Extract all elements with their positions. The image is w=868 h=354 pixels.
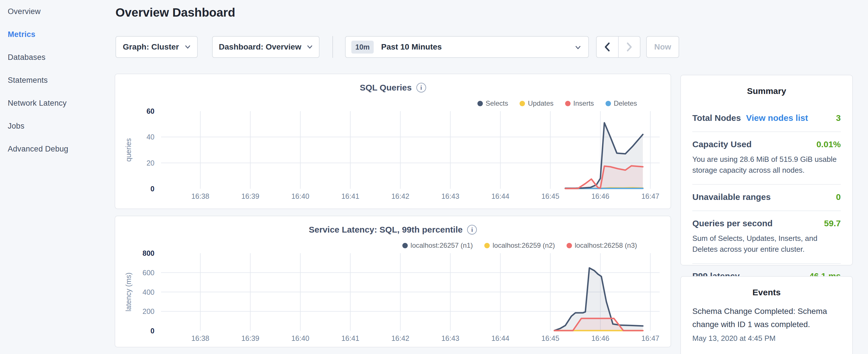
sql-queries-chart-card: SQL Queries i Selects Updates Inserts De…	[115, 74, 671, 209]
svg-text:16:45: 16:45	[541, 192, 559, 200]
chart-legend: localhost:26257 (n1) localhost:26259 (n2…	[402, 242, 637, 250]
svg-text:200: 200	[143, 307, 154, 315]
svg-text:16:44: 16:44	[492, 192, 509, 200]
svg-text:0: 0	[150, 327, 154, 335]
summary-heading: Summary	[681, 75, 852, 96]
svg-text:16:38: 16:38	[191, 192, 210, 200]
time-forward-button[interactable]	[618, 37, 640, 57]
page-title: Overview Dashboard	[116, 6, 235, 20]
legend-item-node2[interactable]: localhost:26259 (n2)	[484, 242, 555, 250]
summary-row-capacity-used: Capacity Used 0.01% You are using 28.6 M…	[692, 132, 841, 185]
chart-legend: Selects Updates Inserts Deletes	[477, 99, 637, 107]
svg-text:800: 800	[143, 249, 154, 257]
time-range-selector[interactable]: 10m Past 10 Minutes	[345, 36, 589, 58]
legend-item-node3[interactable]: localhost:26258 (n3)	[566, 242, 637, 250]
chevron-right-icon	[626, 42, 632, 52]
unavailable-ranges-value: 0	[836, 192, 841, 202]
graph-dropdown[interactable]: Graph: Cluster	[116, 36, 198, 58]
time-back-button[interactable]	[597, 37, 618, 57]
legend-item-inserts[interactable]: Inserts	[565, 99, 594, 107]
svg-text:16:38: 16:38	[191, 334, 210, 342]
legend-item-node1[interactable]: localhost:26257 (n1)	[402, 242, 473, 250]
now-button[interactable]: Now	[646, 36, 679, 58]
sidebar-item-network-latency[interactable]: Network Latency	[0, 92, 115, 115]
summary-row-unavailable-ranges: Unavailable ranges 0	[692, 185, 841, 211]
graph-dropdown-label: Graph: Cluster	[123, 42, 179, 52]
legend-dot	[484, 243, 490, 248]
sidebar-item-databases[interactable]: Databases	[0, 46, 115, 69]
info-icon[interactable]: i	[467, 225, 477, 234]
legend-dot	[566, 243, 572, 248]
svg-text:600: 600	[143, 269, 154, 277]
capacity-used-value: 0.01%	[816, 139, 841, 149]
summary-row-queries-per-second: Queries per second 59.7 Sum of Selects, …	[692, 211, 841, 264]
svg-text:16:46: 16:46	[591, 334, 610, 342]
toolbar-divider	[333, 36, 333, 58]
svg-text:16:43: 16:43	[441, 192, 459, 200]
legend-dot	[402, 243, 408, 248]
events-heading: Events	[681, 277, 852, 297]
svg-text:queries: queries	[124, 138, 132, 162]
sidebar-item-statements[interactable]: Statements	[0, 69, 115, 92]
service-latency-chart-plot[interactable]: 16:3816:3916:4016:4116:4216:4316:4416:45…	[121, 252, 660, 346]
svg-text:16:45: 16:45	[541, 334, 559, 342]
chart-title: SQL Queries	[360, 83, 411, 93]
svg-text:16:41: 16:41	[341, 334, 359, 342]
sidebar: Overview Metrics Databases Statements Ne…	[0, 0, 115, 354]
svg-text:16:46: 16:46	[591, 192, 610, 200]
sidebar-item-advanced-debug[interactable]: Advanced Debug	[0, 137, 115, 160]
sidebar-item-jobs[interactable]: Jobs	[0, 115, 115, 137]
event-timestamp: May 13, 2020 at 4:45 PM	[692, 334, 841, 343]
sidebar-item-metrics[interactable]: Metrics	[0, 23, 115, 46]
view-nodes-list-link[interactable]: View nodes list	[746, 113, 808, 123]
chevron-down-icon	[307, 44, 313, 50]
toolbar: Graph: Cluster Dashboard: Overview 10m P…	[116, 36, 679, 58]
svg-text:16:40: 16:40	[291, 334, 309, 342]
svg-text:16:40: 16:40	[291, 192, 309, 200]
svg-text:16:44: 16:44	[492, 334, 509, 342]
chevron-down-icon	[575, 45, 581, 51]
svg-text:20: 20	[147, 159, 154, 167]
svg-text:0: 0	[150, 185, 154, 193]
summary-panel: Summary Total Nodes View nodes list 3 Ca…	[680, 75, 853, 265]
total-nodes-value: 3	[836, 113, 841, 123]
legend-dot	[477, 101, 483, 106]
queries-per-second-value: 59.7	[824, 219, 841, 228]
summary-row-total-nodes: Total Nodes View nodes list 3	[692, 106, 841, 132]
legend-dot	[520, 101, 525, 106]
svg-text:400: 400	[143, 288, 154, 296]
app-root: Overview Metrics Databases Statements Ne…	[0, 0, 868, 354]
chart-title: Service Latency: SQL, 99th percentile	[309, 225, 463, 234]
svg-text:60: 60	[147, 107, 154, 115]
svg-text:16:47: 16:47	[641, 334, 659, 342]
time-range-label: Past 10 Minutes	[381, 42, 442, 52]
svg-text:latency (ms): latency (ms)	[124, 272, 132, 311]
svg-text:16:39: 16:39	[241, 334, 259, 342]
dashboard-dropdown[interactable]: Dashboard: Overview	[212, 36, 319, 58]
info-icon[interactable]: i	[416, 83, 426, 93]
legend-item-updates[interactable]: Updates	[520, 99, 553, 107]
legend-dot	[565, 101, 570, 106]
service-latency-chart-card: Service Latency: SQL, 99th percentile i …	[115, 216, 671, 347]
svg-text:40: 40	[147, 133, 154, 141]
legend-item-deletes[interactable]: Deletes	[606, 99, 637, 107]
capacity-used-description: You are using 28.6 MiB of 515.9 GiB usab…	[692, 154, 841, 175]
dashboard-dropdown-label: Dashboard: Overview	[219, 42, 302, 52]
legend-dot	[606, 101, 611, 106]
svg-text:16:42: 16:42	[392, 192, 409, 200]
events-panel: Events Schema Change Completed: Schema c…	[680, 276, 853, 354]
queries-per-second-description: Sum of Selects, Updates, Inserts, and De…	[692, 233, 841, 255]
svg-text:16:41: 16:41	[341, 192, 359, 200]
sidebar-item-overview[interactable]: Overview	[0, 0, 115, 23]
svg-text:16:47: 16:47	[641, 192, 659, 200]
chevron-down-icon	[185, 44, 191, 50]
event-message[interactable]: Schema Change Completed: Schema change w…	[692, 305, 841, 331]
chevron-left-icon	[604, 42, 610, 52]
time-range-badge: 10m	[351, 41, 374, 54]
svg-text:16:43: 16:43	[441, 334, 459, 342]
legend-item-selects[interactable]: Selects	[477, 99, 508, 107]
svg-text:16:42: 16:42	[392, 334, 409, 342]
sql-queries-chart-plot[interactable]: 16:3816:3916:4016:4116:4216:4316:4416:45…	[121, 109, 660, 204]
time-pager	[596, 36, 641, 58]
svg-text:16:39: 16:39	[241, 192, 259, 200]
